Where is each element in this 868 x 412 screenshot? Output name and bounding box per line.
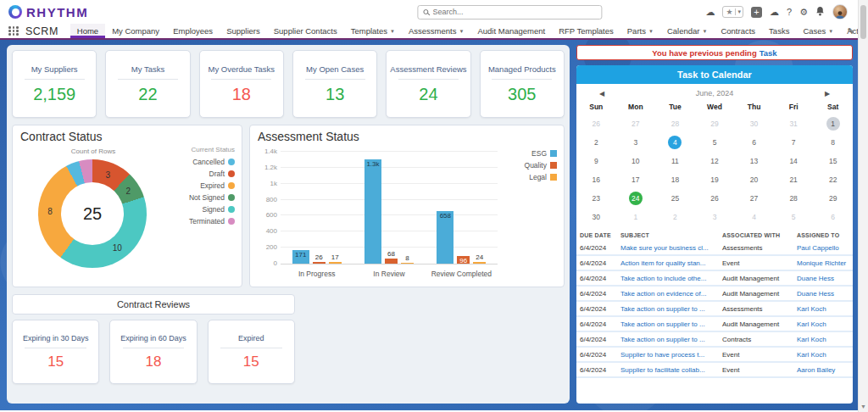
contract-status-donut[interactable]: 25 32108 <box>38 159 147 268</box>
calendar-day-15[interactable]: 15 <box>813 152 853 170</box>
task-assigned-to-link[interactable]: Karl Koch <box>793 348 853 361</box>
task-assigned-to-link[interactable]: Duane Hess <box>793 287 853 300</box>
nav-item-cases[interactable]: Cases▼ <box>796 24 840 38</box>
favorites-caret-icon[interactable]: ▾ <box>735 8 743 15</box>
task-assigned-to-link[interactable]: Karl Koch <box>793 317 853 331</box>
calendar-day-17[interactable]: 17 <box>616 170 656 189</box>
global-search[interactable] <box>417 5 602 19</box>
calendar-day-26[interactable]: 26 <box>695 189 735 208</box>
calendar-day-10[interactable]: 10 <box>616 152 656 170</box>
pending-task-link[interactable]: Task <box>760 48 777 58</box>
calendar-day-16[interactable]: 16 <box>576 170 616 189</box>
nav-item-supplier-contacts[interactable]: Supplier Contacts <box>267 24 344 38</box>
kpi-card-my-suppliers[interactable]: My Suppliers2,159 <box>12 50 97 118</box>
trailhead-icon[interactable]: ☁ <box>770 8 779 17</box>
page-scrollbar[interactable]: ▼ <box>858 0 868 412</box>
calendar-day-26[interactable]: 26 <box>576 114 616 133</box>
search-input[interactable] <box>432 8 596 16</box>
legend-item-quality[interactable]: Quality <box>525 161 557 170</box>
bar-esg-review-completed[interactable]: 658 <box>437 211 453 264</box>
calendar-day-3[interactable]: 3 <box>695 208 735 226</box>
table-row[interactable]: 6/4/2024Supplier to facilitate collab...… <box>576 363 853 378</box>
guidance-center-icon[interactable]: ☁ <box>705 8 715 17</box>
table-row[interactable]: 6/4/2024Make sure your business cl...Ass… <box>576 241 853 256</box>
bar-legal-in-progress[interactable]: 17 <box>329 262 342 264</box>
calendar-day-8[interactable]: 8 <box>813 133 853 152</box>
calendar-day-19[interactable]: 19 <box>695 170 735 189</box>
calendar-day-6[interactable]: 6 <box>813 208 853 226</box>
calendar-day-29[interactable]: 29 <box>813 189 853 208</box>
calendar-day-5[interactable]: 5 <box>774 208 814 226</box>
table-row[interactable]: 6/4/2024Take action on evidence of...Aud… <box>576 287 853 302</box>
calendar-day-11[interactable]: 11 <box>655 152 695 170</box>
bar-quality-review-completed[interactable]: 96 <box>457 256 470 264</box>
table-row[interactable]: 6/4/2024Take action to include othe...Au… <box>576 271 853 287</box>
help-icon[interactable]: ? <box>787 8 792 17</box>
calendar-day-30[interactable]: 30 <box>576 208 616 226</box>
kpi-card-my-overdue-tasks[interactable]: My Overdue Tasks18 <box>199 50 284 118</box>
task-subject-link[interactable]: Take action on supplier to ... <box>617 317 719 331</box>
favorites-control[interactable]: ★ ▾ <box>722 6 743 18</box>
quick-create-icon[interactable]: + <box>751 7 762 18</box>
scrollbar-thumb[interactable] <box>860 5 866 39</box>
bar-esg-in-progress[interactable]: 171 <box>292 250 309 264</box>
table-row[interactable]: 6/4/2024Take action on supplier to ...Co… <box>576 332 853 348</box>
calendar-day-13[interactable]: 13 <box>734 152 774 170</box>
user-avatar[interactable] <box>832 4 848 19</box>
nav-item-home[interactable]: Home <box>70 24 105 38</box>
calendar-day-28[interactable]: 28 <box>774 189 814 208</box>
review-card-expiring-in-30-days[interactable]: Expiring in 30 Days15 <box>12 320 99 384</box>
task-subject-link[interactable]: Supplier to facilitate collab... <box>617 363 719 376</box>
calendar-day-28[interactable]: 28 <box>655 114 695 133</box>
calendar-day-29[interactable]: 29 <box>695 114 735 133</box>
legend-item-legal[interactable]: Legal <box>525 173 557 181</box>
nav-item-parts[interactable]: Parts▼ <box>620 24 660 38</box>
nav-item-calendar[interactable]: Calendar▼ <box>660 24 715 38</box>
task-assigned-to-link[interactable]: Aaron Bailey <box>793 363 853 376</box>
kpi-card-managed-products[interactable]: Managed Products305 <box>480 50 565 118</box>
kpi-card-my-open-cases[interactable]: My Open Cases13 <box>292 50 377 118</box>
calendar-day-9[interactable]: 9 <box>576 152 616 170</box>
notifications-bell-icon[interactable] <box>815 6 825 18</box>
next-month-icon[interactable]: ▶ <box>802 90 853 97</box>
nav-item-templates[interactable]: Templates▼ <box>344 24 402 38</box>
calendar-day-7[interactable]: 7 <box>774 133 814 152</box>
calendar-day-25[interactable]: 25 <box>655 189 695 208</box>
calendar-day-24[interactable]: 24 <box>616 189 656 208</box>
scrollbar-down-icon[interactable]: ▼ <box>859 404 868 409</box>
legend-item-esg[interactable]: ESG <box>525 149 557 158</box>
legend-item-draft[interactable]: Draft <box>169 170 235 178</box>
calendar-day-3[interactable]: 3 <box>616 133 656 152</box>
kpi-card-my-tasks[interactable]: My Tasks22 <box>105 50 190 118</box>
task-assigned-to-link[interactable]: Karl Koch <box>793 302 853 315</box>
edit-nav-pencil-icon[interactable]: ✎ <box>848 26 854 36</box>
calendar-day-14[interactable]: 14 <box>774 152 814 170</box>
calendar-day-27[interactable]: 27 <box>616 114 656 133</box>
calendar-day-4[interactable]: 4 <box>734 208 774 226</box>
calendar-day-1[interactable]: 1 <box>813 114 853 133</box>
calendar-day-21[interactable]: 21 <box>774 170 814 189</box>
calendar-day-22[interactable]: 22 <box>813 170 853 189</box>
nav-item-audit-management[interactable]: Audit Management <box>470 24 552 38</box>
calendar-day-6[interactable]: 6 <box>734 133 774 152</box>
calendar-day-1[interactable]: 1 <box>616 208 656 226</box>
legend-item-cancelled[interactable]: Cancelled <box>169 158 235 166</box>
legend-item-terminated[interactable]: Terminated <box>169 217 235 225</box>
table-row[interactable]: 6/4/2024Action item for quality stan...E… <box>576 256 853 271</box>
calendar-day-23[interactable]: 23 <box>576 189 616 208</box>
legend-item-expired[interactable]: Expired <box>169 181 235 190</box>
calendar-day-20[interactable]: 20 <box>734 170 774 189</box>
calendar-day-18[interactable]: 18 <box>655 170 695 189</box>
nav-item-assessments[interactable]: Assessments▼ <box>402 24 470 38</box>
calendar-day-31[interactable]: 31 <box>774 114 814 133</box>
table-row[interactable]: 6/4/2024Take action on supplier to ...Au… <box>576 317 853 332</box>
review-card-expired[interactable]: Expired15 <box>208 320 295 384</box>
task-subject-link[interactable]: Take action to include othe... <box>617 271 719 285</box>
kpi-card-assessment-reviews[interactable]: Assessment Reviews24 <box>386 50 470 118</box>
legend-item-signed[interactable]: Signed <box>169 205 235 214</box>
task-subject-link[interactable]: Take action on supplier to ... <box>617 332 719 346</box>
legend-item-not-signed[interactable]: Not Signed <box>169 193 235 202</box>
task-subject-link[interactable]: Take action on supplier to ... <box>617 302 719 315</box>
nav-item-suppliers[interactable]: Suppliers <box>220 24 267 38</box>
table-row[interactable]: 6/4/2024Supplier to have process t...Eve… <box>576 348 853 363</box>
